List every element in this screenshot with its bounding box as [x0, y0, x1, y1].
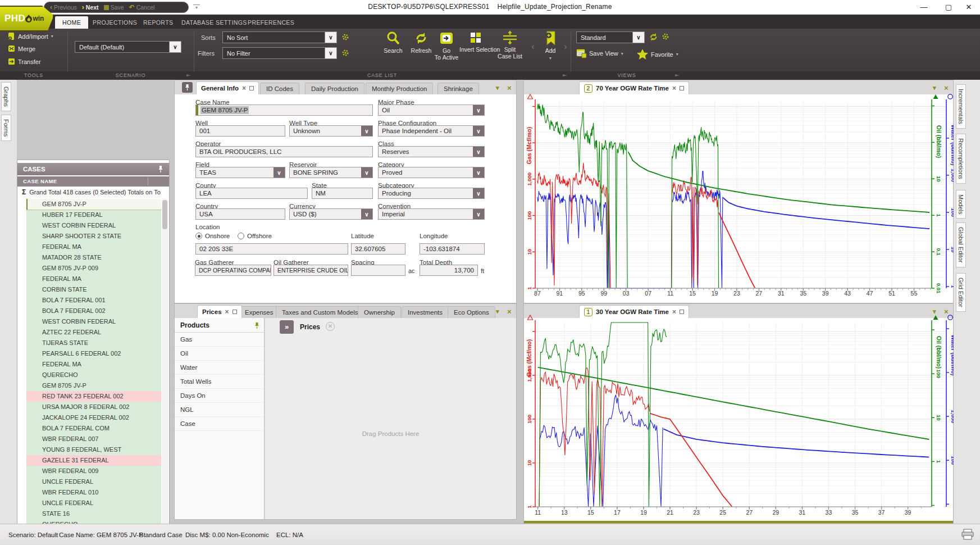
product-item-ngl[interactable]: NGL: [175, 403, 264, 417]
invert-selection-button[interactable]: Invert Selection: [459, 31, 492, 53]
tab-home[interactable]: HOME: [55, 16, 88, 29]
total-depth-input[interactable]: 13,700: [420, 265, 478, 276]
rail-tab-global-editor[interactable]: Global Editor: [956, 222, 966, 267]
views-gear-icon[interactable]: [662, 33, 669, 40]
convention-select[interactable]: Imperial∨: [378, 208, 485, 220]
field-select[interactable]: TEAS∨: [195, 167, 285, 178]
case-row[interactable]: MATADOR 28 STATE: [26, 252, 161, 263]
pane-close-icon[interactable]: ×: [944, 307, 949, 316]
rail-tab-incrementals[interactable]: Incrementals: [956, 84, 966, 129]
case-row[interactable]: UNCLE FEDERAL: [26, 498, 161, 508]
case-row[interactable]: UNCLE FEDERAL: [26, 476, 161, 487]
merge-button[interactable]: Merge: [8, 45, 35, 52]
filters-gear-icon[interactable]: [341, 49, 349, 57]
reservoir-select[interactable]: BONE SPRING∨: [289, 167, 373, 178]
case-name-column-header[interactable]: CASE NAME: [17, 176, 169, 187]
case-row[interactable]: WBR FEDERAL 010: [26, 487, 161, 498]
add-button[interactable]: Add▾: [538, 31, 563, 62]
refresh-button[interactable]: Refresh: [408, 31, 435, 54]
maximize-icon[interactable]: [249, 86, 254, 90]
pane-close-icon[interactable]: ×: [944, 84, 949, 92]
customize-quick-access-icon[interactable]: ▾: [193, 4, 200, 11]
tab-preferences[interactable]: PREFERENCES: [240, 16, 302, 29]
rail-tab-graphs[interactable]: Graphs: [1, 82, 11, 111]
case-row[interactable]: STATE 16: [26, 508, 161, 519]
pin-button[interactable]: [182, 82, 193, 93]
well-type-select[interactable]: Unknown∨: [289, 125, 373, 137]
remove-icon[interactable]: ✕: [326, 322, 335, 331]
case-row[interactable]: WEST CORBIN FEDERAL: [26, 220, 161, 231]
tab-shrinkage[interactable]: Shrinkage: [437, 83, 479, 94]
tab-eco-options[interactable]: Eco Options: [448, 306, 495, 318]
longitude-input[interactable]: -103.631874: [420, 243, 485, 255]
product-item-total-wells[interactable]: Total Wells: [175, 375, 264, 389]
product-item-water[interactable]: Water: [175, 361, 264, 375]
case-row[interactable]: GEM 8705 JV-P: [26, 199, 161, 210]
transfer-button[interactable]: Transfer: [8, 58, 41, 65]
spacing-input[interactable]: [351, 265, 405, 276]
tab-monthly-production[interactable]: Monthly Production: [366, 83, 433, 94]
previous-button[interactable]: ‹Previous: [50, 3, 77, 11]
rail-tab-grid-editor[interactable]: Grid Editor: [956, 273, 966, 312]
minimize-button[interactable]: —: [914, 2, 933, 13]
tab-expenses[interactable]: Expenses: [239, 306, 280, 318]
case-row[interactable]: HUBER 17 FEDERAL: [26, 210, 161, 220]
favorite-button[interactable]: Favorite▾: [637, 49, 678, 60]
cases-panel-header[interactable]: CASES: [17, 163, 169, 175]
product-item-oil[interactable]: Oil: [175, 347, 264, 361]
case-row[interactable]: GAZELLE 31 FEDERAL: [26, 455, 161, 466]
add-import-button[interactable]: Add/Import▾: [8, 32, 53, 40]
tab-daily-production[interactable]: Daily Production: [305, 83, 364, 94]
currency-select[interactable]: USD ($)∨: [289, 208, 373, 220]
case-row[interactable]: SHARP SHOOTER 2 STATE: [26, 231, 161, 242]
gas-gatherer-input[interactable]: DCP OPERATING COMPANY: [195, 265, 271, 276]
close-button[interactable]: ✕: [959, 2, 978, 13]
oil-gatherer-input[interactable]: ENTERPRISE CRUDE OIL LLC: [274, 265, 348, 276]
rail-tab-recompletions[interactable]: Recompletions: [956, 134, 966, 184]
case-row[interactable]: WBR FEDERAL 009: [26, 466, 161, 476]
rail-tab-forms[interactable]: Forms: [1, 115, 11, 141]
pane-menu-icon[interactable]: ▾: [496, 84, 499, 92]
product-item-case[interactable]: Case: [175, 417, 264, 431]
next-button[interactable]: ›Next: [82, 3, 99, 11]
pin-icon[interactable]: [254, 322, 259, 329]
close-icon[interactable]: ×: [672, 308, 676, 316]
category-select[interactable]: Proved∨: [378, 167, 485, 178]
well-input[interactable]: 001: [195, 125, 285, 137]
case-row[interactable]: AZTEC 22 FEDERAL: [26, 327, 161, 338]
case-row[interactable]: WEST CORBIN FEDERAL: [26, 316, 161, 327]
tab-ownership[interactable]: Ownership: [358, 306, 401, 318]
case-row[interactable]: TIJERAS STATE: [26, 338, 161, 348]
popout-icon[interactable]: ⇤: [186, 72, 191, 78]
operator-input[interactable]: BTA OIL PRODUCERS, LLC: [195, 146, 373, 157]
search-button[interactable]: Search: [380, 31, 407, 54]
pane-menu-icon[interactable]: ▾: [496, 308, 499, 315]
pane-menu-icon[interactable]: ▾: [933, 84, 936, 92]
vertical-scrollbar[interactable]: [162, 199, 168, 545]
county-input[interactable]: LEA: [195, 188, 308, 199]
filters-dropdown[interactable]: No Filter∨: [222, 47, 337, 59]
tab-prices[interactable]: Prices×: [197, 305, 242, 318]
case-row[interactable]: PEARSALL 6 FEDERAL 002: [26, 348, 161, 359]
case-row[interactable]: URSA MAJOR 8 FEDERAL 002: [26, 402, 161, 412]
case-row[interactable]: GEM 8705 JV-P: [26, 380, 161, 391]
pin-icon[interactable]: [158, 165, 163, 173]
popout-icon[interactable]: ⇤: [563, 72, 567, 78]
scenario-dropdown[interactable]: Default (Default)∨: [75, 41, 181, 53]
maximize-icon[interactable]: [680, 310, 684, 314]
sorts-dropdown[interactable]: No Sort∨: [222, 31, 337, 43]
popout-icon[interactable]: ⇤: [675, 72, 680, 78]
location-input[interactable]: 02 20S 33E: [195, 243, 348, 255]
state-input[interactable]: NM: [312, 188, 373, 199]
save-button[interactable]: Save: [104, 4, 124, 11]
save-view-button[interactable]: Save View▾: [576, 49, 623, 58]
tab-general-info[interactable]: General Info×: [196, 81, 259, 94]
case-row[interactable]: FEDERAL MA: [26, 242, 161, 252]
cancel-button[interactable]: ↶Cancel: [129, 3, 155, 11]
case-row[interactable]: CORBIN STATE: [26, 284, 161, 295]
product-item-gas[interactable]: Gas: [175, 333, 264, 347]
maximize-icon[interactable]: [680, 86, 684, 90]
close-icon[interactable]: ×: [672, 84, 676, 92]
pane-close-icon[interactable]: ×: [507, 84, 512, 92]
scrollbar-thumb[interactable]: [162, 200, 167, 229]
